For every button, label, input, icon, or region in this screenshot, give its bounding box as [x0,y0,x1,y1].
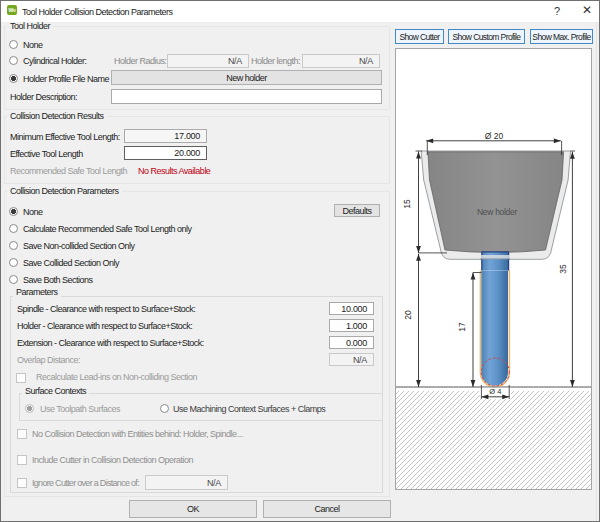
svg-text:20: 20 [403,310,413,320]
svg-text:35: 35 [558,264,568,274]
svg-text:Ø 4: Ø 4 [489,387,501,396]
svg-text:New holder: New holder [477,207,517,217]
svg-text:Ø 20: Ø 20 [485,131,504,141]
svg-text:17: 17 [457,322,467,332]
svg-text:15: 15 [402,199,412,209]
